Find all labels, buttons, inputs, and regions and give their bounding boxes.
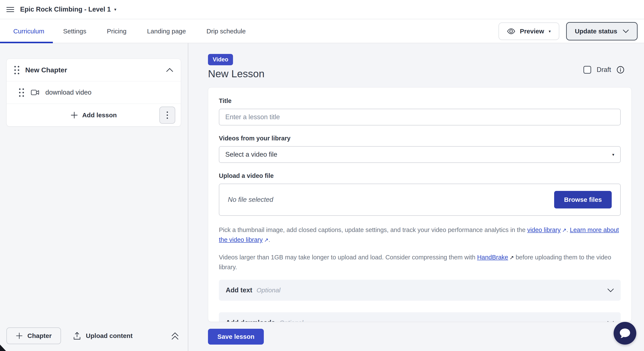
title-field-label: Title [219,98,621,104]
chapter-header-row[interactable]: New Chapter [7,59,181,81]
top-bar: Epic Rock Climbing - Level 1 ▾ [0,0,644,19]
drag-handle-icon[interactable] [14,66,19,74]
plus-icon [70,112,78,119]
optional-label: Optional [256,286,280,294]
draft-checkbox[interactable] [584,66,591,74]
draft-label: Draft [597,66,611,74]
collapse-all-button[interactable] [171,332,179,340]
add-chapter-button[interactable]: Chapter [6,328,61,344]
tab-drip-schedule[interactable]: Drip schedule [196,19,256,43]
curriculum-sidebar: New Chapter download video [0,43,188,351]
eye-icon [507,28,515,34]
external-link-icon: ↗ [264,235,268,245]
draft-toggle-group: Draft [584,66,624,74]
sidebar-footer: Chapter Upload content [6,328,179,344]
caret-down-icon: ▾ [549,30,551,33]
chevron-down-icon [608,321,614,322]
video-camera-icon [31,90,39,95]
add-downloads-label: Add downloads [226,319,275,322]
chat-widget-button[interactable] [614,322,636,344]
tab-settings[interactable]: Settings [53,19,96,43]
upload-content-label: Upload content [86,332,132,340]
hamburger-menu-icon[interactable] [6,6,14,13]
tabs: Curriculum Settings Pricing Landing page… [0,19,256,43]
double-chevron-up-icon [171,332,179,340]
upload-field-group: Upload a video file No file selected Bro… [219,172,621,216]
file-size-help-text: Videos larger than 1GB may take longer t… [219,252,621,272]
video-library-select[interactable]: Select a video file ▾ [219,146,621,163]
no-file-text: No file selected [228,196,273,204]
preview-button[interactable]: Preview ▾ [498,22,559,40]
add-chapter-label: Chapter [28,332,52,340]
add-lesson-button[interactable]: Add lesson [70,112,117,119]
chevron-down-icon [608,288,614,292]
upload-content-button[interactable]: Upload content [74,332,132,340]
chapter-card: New Chapter download video [6,59,181,126]
browse-files-button[interactable]: Browse files [554,191,612,208]
app-screen: Epic Rock Climbing - Level 1 ▾ Curriculu… [0,0,644,351]
body-row: New Chapter download video [0,43,644,351]
video-library-link[interactable]: video library↗ [527,226,566,233]
add-text-label: Add text [226,286,252,294]
library-field-group: Videos from your library Select a video … [219,135,621,163]
save-lesson-button[interactable]: Save lesson [208,329,264,344]
library-field-label: Videos from your library [219,135,621,142]
chapter-kebab-menu-button[interactable] [160,106,175,124]
page-title: New Lesson [208,68,644,80]
header-actions: Preview ▾ Update status [498,19,638,43]
add-lesson-row: Add lesson [7,104,181,126]
tab-pricing[interactable]: Pricing [96,19,137,43]
upload-icon [74,332,81,340]
file-drop-area[interactable]: No file selected Browse files [219,184,621,216]
plus-icon [16,332,23,339]
course-title: Epic Rock Climbing - Level 1 [20,6,111,13]
optional-label: Optional [280,319,304,322]
external-link-icon: ↗ [510,253,514,262]
preview-label: Preview [520,28,544,35]
lesson-item[interactable]: download video [7,81,181,104]
chevron-up-icon[interactable] [166,68,173,72]
add-lesson-label: Add lesson [82,112,117,119]
corner-artifact [0,344,6,351]
video-library-help-text: Pick a thumbnail image, add closed capti… [219,225,621,245]
lesson-type-badge: Video [208,54,233,65]
video-library-select-value: Select a video file [225,151,277,158]
course-title-dropdown[interactable]: Epic Rock Climbing - Level 1 ▾ [20,6,116,13]
tab-bar: Curriculum Settings Pricing Landing page… [0,19,644,43]
add-downloads-accordion[interactable]: Add downloads Optional [219,312,621,322]
caret-down-icon: ▾ [114,7,116,12]
update-status-label: Update status [575,28,617,35]
tab-curriculum[interactable]: Curriculum [0,19,53,43]
lesson-title-input[interactable] [219,109,621,126]
chat-bubble-icon [619,328,631,339]
info-icon[interactable] [616,66,624,74]
update-status-button[interactable]: Update status [566,22,638,40]
add-text-accordion[interactable]: Add text Optional [219,280,621,301]
caret-down-icon: ▾ [612,152,614,157]
tab-landing-page[interactable]: Landing page [137,19,196,43]
handbrake-link[interactable]: HandBrake [477,254,508,261]
lesson-title: download video [45,88,91,96]
lesson-form-card: Title Videos from your library Select a … [208,87,632,322]
title-field-group: Title [219,98,621,126]
external-link-icon: ↗ [562,225,566,235]
lesson-editor: Video New Lesson Draft Title Videos from… [188,43,644,351]
chevron-down-icon [623,30,629,33]
upload-field-label: Upload a video file [219,172,621,179]
chapter-title: New Chapter [25,66,166,74]
drag-handle-icon[interactable] [19,88,24,97]
